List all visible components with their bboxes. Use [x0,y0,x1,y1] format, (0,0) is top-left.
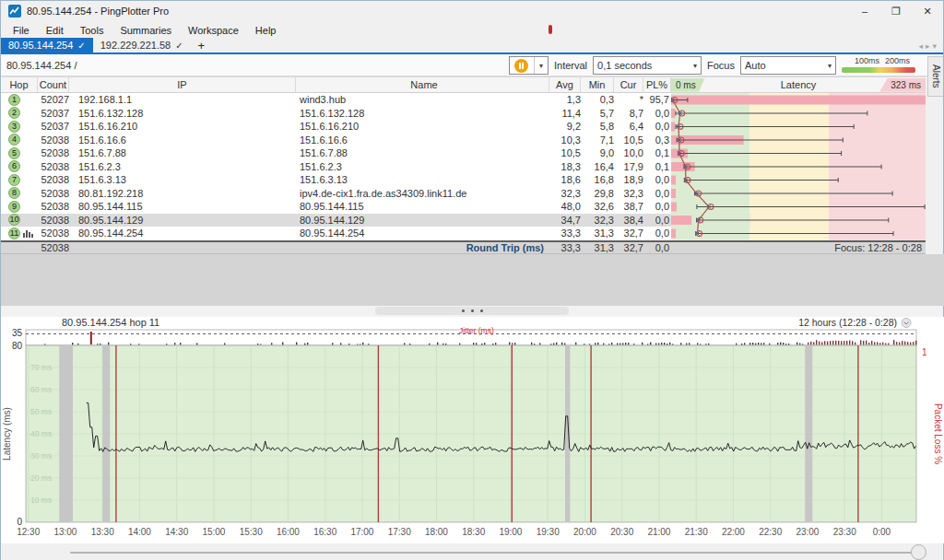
svg-text:15:00: 15:00 [202,527,225,537]
svg-text:80: 80 [12,341,23,351]
svg-text:21:00: 21:00 [647,527,670,537]
cur-cell: 17,9 [614,161,643,172]
avg-cell: 10,5 [549,147,581,158]
recording-indicator-icon [549,25,552,34]
timeline-panel[interactable]: 80.95.144.254 hop 1112 hours (12:28 - 0:… [1,317,944,543]
pl-cell: 95,7 [643,94,671,105]
svg-text:23:00: 23:00 [796,527,819,537]
menu-item-edit[interactable]: Edit [38,22,72,39]
new-tab-button[interactable]: + [191,39,213,52]
pl-cell: 0,0 [643,188,671,199]
column-header-pl[interactable]: PL% [643,77,671,92]
close-button[interactable]: ✕ [912,1,943,21]
pause-icon [514,59,528,73]
avg-cell: 9,2 [549,121,581,132]
hop-badge: 10 [8,214,20,226]
column-header-avg[interactable]: Avg [549,77,581,92]
restore-button[interactable]: ❐ [880,1,912,21]
svg-text:22:30: 22:30 [759,527,782,537]
focus-label: Focus [707,60,735,71]
svg-text:23:30: 23:30 [833,527,856,537]
column-header-cur[interactable]: Cur [614,77,643,92]
hop-badge: 1 [8,94,20,106]
svg-text:70 ms: 70 ms [30,363,52,372]
min-cell: 31,3 [581,228,614,239]
ip-cell: 151.6.16.210 [69,121,296,132]
title-bar: 80.95.144.254 - PingPlotter Pro – ❐ ✕ [1,1,943,21]
h-scrollbar-thumb[interactable] [911,544,926,560]
svg-text:1: 1 [922,347,927,357]
menu-item-help[interactable]: Help [247,22,285,39]
tab-nav-arrows-icon[interactable]: ◂▸▾ [918,41,939,51]
menu-item-tools[interactable]: Tools [72,22,112,39]
menu-item-file[interactable]: File [5,22,38,39]
h-scrollbar-track[interactable] [70,552,919,554]
svg-text:17:30: 17:30 [388,527,411,537]
tab-192.229.221.58[interactable]: 192.229.221.58 ✓ [93,38,191,52]
avg-cell: 18,3 [549,161,581,172]
svg-text:17:00: 17:00 [350,527,373,537]
svg-text:12:30: 12:30 [17,527,40,537]
menu-item-summaries[interactable]: Summaries [112,22,180,39]
pause-dropdown-icon[interactable]: ▾ [534,57,548,74]
svg-text:35: 35 [12,328,23,338]
column-header-latency[interactable]: 0 ms Latency 323 ms [671,77,926,92]
hop-badge: 8 [8,187,20,199]
count-cell: 52037 [38,108,69,119]
svg-text:18:00: 18:00 [425,527,448,537]
menu-item-workspace[interactable]: Workspace [180,22,247,39]
cur-cell: 10,5 [614,134,643,146]
min-cell: 7,1 [581,134,614,146]
pl-cell: 0,0 [643,228,671,239]
ip-cell: 151.6.7.88 [69,147,296,158]
min-cell: 0,3 [581,94,614,105]
column-header-name[interactable]: Name [296,77,549,92]
cur-cell: 18,9 [614,174,643,185]
svg-text:20:30: 20:30 [610,527,633,537]
scale-low-label: 100ms [855,56,879,65]
column-header-min[interactable]: Min [581,77,614,92]
svg-text:0: 0 [17,517,22,527]
table-header-row: Hop Count IP Name Avg Min Cur PL% 0 ms L… [1,76,926,93]
ip-cell: 80.95.144.115 [69,201,296,212]
avg-cell: 33,3 [549,228,581,239]
round-trip-row: 52038 Round Trip (ms) 33,3 31,3 32,7 0,0… [1,240,926,254]
count-cell: 52038 [38,174,69,185]
cur-cell: 6,4 [614,121,643,132]
alerts-side-tab[interactable]: Alerts [927,56,943,97]
avg-cell: 11,4 [549,108,581,119]
svg-text:19:00: 19:00 [499,527,522,537]
timeline-chart[interactable]: 80.95.144.254 hop 1112 hours (12:28 - 0:… [1,317,944,543]
count-cell: 52027 [38,94,69,105]
svg-text:16:30: 16:30 [313,527,336,537]
avg-cell: 34,7 [549,215,581,226]
count-cell: 52038 [38,201,69,212]
column-header-ip[interactable]: IP [69,77,296,92]
app-icon [8,5,21,18]
min-cell: 32,6 [581,201,614,212]
name-cell: 151.6.16.210 [296,121,549,132]
ip-cell: 80.81.192.218 [69,188,296,199]
cur-cell: 32,3 [614,188,643,199]
chevron-down-icon: ▾ [688,62,697,70]
splitter-handle[interactable] [375,307,569,315]
min-cell: 16,8 [581,174,614,185]
hop-badge: 11 [8,228,20,239]
window-title: 80.95.144.254 - PingPlotter Pro [27,6,169,17]
minimize-button[interactable]: – [849,1,880,21]
pl-cell: 0,0 [643,215,671,226]
cur-cell: 38,7 [614,201,643,212]
svg-text:10 ms: 10 ms [30,496,52,505]
interval-select[interactable]: 0,1 seconds ▾ [593,56,702,75]
round-trip-min: 31,3 [581,242,614,253]
min-cell: 16,4 [581,161,614,172]
column-header-count[interactable]: Count [38,77,69,92]
avg-cell: 48,0 [549,201,581,212]
name-cell: 151.6.7.88 [296,147,549,158]
pl-cell: 0,1 [643,147,671,158]
svg-text:Latency (ms): Latency (ms) [2,407,12,461]
pause-button[interactable] [510,57,534,74]
focus-select[interactable]: Auto ▾ [740,56,836,75]
column-header-hop[interactable]: Hop [1,77,38,92]
tab-80.95.144.254[interactable]: 80.95.144.254 ✓ [1,38,93,52]
